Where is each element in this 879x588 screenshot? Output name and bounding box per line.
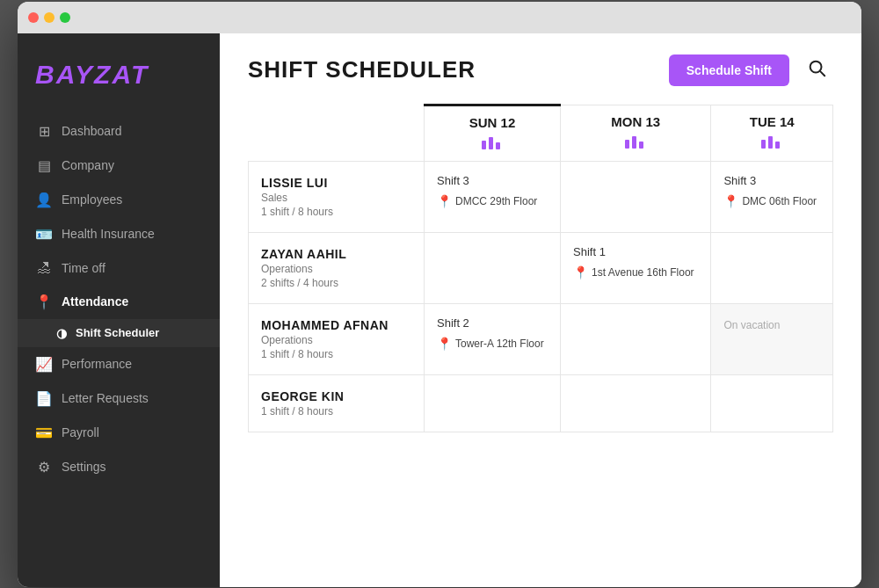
- close-dot[interactable]: [28, 12, 39, 23]
- svg-rect-6: [632, 136, 636, 149]
- svg-rect-10: [775, 142, 780, 149]
- employee-name: GEORGE KIN: [261, 389, 411, 403]
- day-label-mon: MON 13: [573, 114, 698, 129]
- sidebar-item-dashboard[interactable]: ⊞ Dashboard: [18, 114, 220, 149]
- app-body: BAYZAT ⊞ Dashboard ▤ Company 👤 Employees…: [18, 33, 861, 587]
- sidebar-item-label: Employees: [62, 192, 122, 207]
- location-text: DMCC 29th Floor: [455, 195, 537, 207]
- employee-name: ZAYAN AAHIL: [261, 247, 411, 261]
- sidebar-item-letter-requests[interactable]: 📄 Letter Requests: [18, 381, 220, 416]
- main-content: SHIFT SCHEDULER Schedule Shift: [220, 33, 861, 587]
- employee-cell: LISSIE LUI Sales 1 shift / 8 hours: [249, 161, 425, 232]
- shift-cell-mon: [561, 374, 711, 432]
- sidebar-item-label: Settings: [62, 460, 106, 474]
- sidebar-item-payroll[interactable]: 💳 Payroll: [18, 416, 220, 450]
- employee-name: MOHAMMED AFNAN: [261, 318, 411, 332]
- letter-icon: 📄: [35, 390, 53, 407]
- employee-cell: ZAYAN AAHIL Operations 2 shifts / 4 hour…: [249, 232, 425, 303]
- svg-rect-8: [761, 140, 766, 149]
- table-row: MOHAMMED AFNAN Operations 1 shift / 8 ho…: [249, 303, 833, 374]
- shift-cell-mon: [561, 161, 711, 232]
- location-pin-icon: 📍: [723, 194, 738, 208]
- employee-cell: MOHAMMED AFNAN Operations 1 shift / 8 ho…: [249, 303, 425, 374]
- shift-location: 📍 Tower-A 12th Floor: [437, 337, 548, 351]
- shift-cell-tue-vacation: On vacation: [711, 303, 833, 374]
- sidebar: BAYZAT ⊞ Dashboard ▤ Company 👤 Employees…: [18, 33, 220, 587]
- maximize-dot[interactable]: [60, 12, 70, 23]
- employee-name: LISSIE LUI: [261, 176, 411, 190]
- svg-rect-3: [489, 137, 493, 149]
- shift-cell-sun: [425, 232, 561, 303]
- sidebar-item-attendance[interactable]: 📍 Attendance: [18, 285, 220, 319]
- employee-dept: Operations: [261, 263, 411, 275]
- sidebar-item-employees[interactable]: 👤 Employees: [18, 183, 220, 217]
- search-icon: [807, 58, 826, 77]
- location-text: DMC 06th Floor: [742, 195, 817, 207]
- performance-icon: 📈: [35, 356, 53, 373]
- logo: BAYZAT: [18, 51, 220, 114]
- employee-shifts: 2 shifts / 4 hours: [261, 277, 411, 289]
- shift-cell-tue: Shift 3 📍 DMC 06th Floor: [711, 161, 833, 232]
- sidebar-item-label: Company: [62, 158, 114, 172]
- employee-dept: Operations: [261, 334, 411, 346]
- search-button[interactable]: [800, 54, 833, 85]
- sidebar-subitem-label: Shift Scheduler: [76, 326, 159, 339]
- chart-icon-tue: [723, 133, 820, 151]
- main-header: SHIFT SCHEDULER Schedule Shift: [220, 33, 861, 104]
- svg-rect-4: [496, 142, 500, 149]
- minimize-dot[interactable]: [44, 12, 54, 23]
- attendance-icon: 📍: [35, 294, 53, 310]
- svg-rect-2: [482, 141, 486, 149]
- header-actions: Schedule Shift: [669, 54, 833, 86]
- employee-shifts: 1 shift / 8 hours: [261, 348, 411, 360]
- titlebar: [18, 2, 861, 33]
- sidebar-item-label: Attendance: [62, 294, 128, 309]
- sidebar-item-label: Time off: [62, 261, 105, 275]
- employee-cell: GEORGE KIN 1 shift / 8 hours: [249, 374, 425, 432]
- sidebar-item-label: Health Insurance: [62, 227, 155, 241]
- sidebar-item-performance[interactable]: 📈 Performance: [18, 347, 220, 381]
- svg-rect-5: [625, 140, 629, 149]
- shift-name: Shift 3: [437, 174, 548, 187]
- shift-cell-mon: [561, 303, 711, 374]
- sidebar-item-company[interactable]: ▤ Company: [18, 149, 220, 183]
- svg-rect-9: [768, 136, 773, 149]
- payroll-icon: 💳: [35, 425, 53, 441]
- sidebar-item-label: Letter Requests: [62, 391, 149, 405]
- app-window: BAYZAT ⊞ Dashboard ▤ Company 👤 Employees…: [18, 2, 861, 587]
- sidebar-item-label: Dashboard: [62, 124, 122, 138]
- location-pin-icon: 📍: [437, 194, 452, 208]
- th-sun: SUN 12: [425, 105, 561, 161]
- chart-icon-sun: [437, 134, 548, 152]
- location-pin-icon: 📍: [573, 265, 588, 279]
- sidebar-item-time-off[interactable]: 🏖 Time off: [18, 251, 220, 285]
- sidebar-subitem-shift-scheduler[interactable]: ◑ Shift Scheduler: [18, 319, 220, 347]
- th-empty: [249, 105, 425, 161]
- shift-cell-tue: [711, 232, 833, 303]
- sidebar-item-settings[interactable]: ⚙ Settings: [18, 450, 220, 484]
- table-row: LISSIE LUI Sales 1 shift / 8 hours Shift…: [249, 161, 833, 232]
- sidebar-item-label: Payroll: [62, 425, 99, 439]
- location-pin-icon: 📍: [437, 337, 452, 351]
- shift-cell-sun: Shift 3 📍 DMCC 29th Floor: [425, 161, 561, 232]
- vacation-label: On vacation: [723, 319, 780, 331]
- employee-shifts: 1 shift / 8 hours: [261, 405, 411, 417]
- chart-icon-mon: [573, 133, 698, 151]
- shift-cell-mon: Shift 1 📍 1st Avenue 16th Floor: [561, 232, 711, 303]
- company-icon: ▤: [35, 157, 53, 174]
- employees-icon: 👤: [35, 192, 53, 208]
- shift-cell-sun: Shift 2 📍 Tower-A 12th Floor: [425, 303, 561, 374]
- shift-location: 📍 DMC 06th Floor: [723, 194, 820, 208]
- settings-icon: ⚙: [35, 459, 53, 475]
- table-row: ZAYAN AAHIL Operations 2 shifts / 4 hour…: [249, 232, 833, 303]
- schedule-shift-button[interactable]: Schedule Shift: [669, 54, 789, 86]
- sidebar-item-label: Performance: [62, 357, 132, 371]
- location-text: 1st Avenue 16th Floor: [592, 266, 694, 279]
- table-row: GEORGE KIN 1 shift / 8 hours: [249, 374, 833, 432]
- location-text: Tower-A 12th Floor: [455, 338, 544, 350]
- sidebar-item-health-insurance[interactable]: 🪪 Health Insurance: [18, 217, 220, 251]
- shift-location: 📍 DMCC 29th Floor: [437, 194, 548, 208]
- th-mon: MON 13: [561, 105, 711, 161]
- shift-scheduler-icon: ◑: [56, 326, 67, 340]
- shift-name: Shift 2: [437, 316, 548, 330]
